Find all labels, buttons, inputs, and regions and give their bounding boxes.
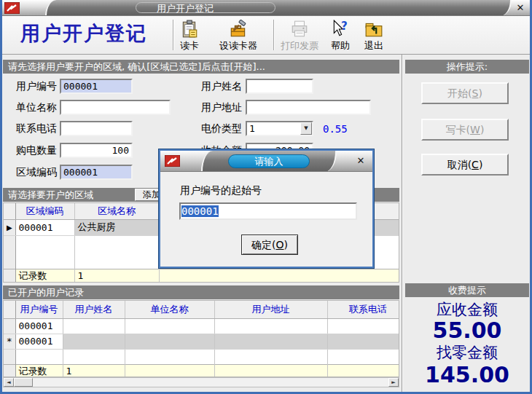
help-cursor-icon: ? [331,20,350,39]
dialog-prompt: 用户编号的起始号 [180,184,262,197]
user-name-field[interactable] [246,79,313,94]
qty-label: 购电数量 [15,144,57,157]
row-marker-icon: ▶ [4,219,15,235]
qty-field[interactable] [60,143,133,158]
dialog-close-icon[interactable]: ✕ [354,154,367,168]
app-window: 用户开户登记 ✕ 用户开户登记 读卡 设读卡器 打印发票 ? 帮助 退出 请先选… [0,0,532,394]
area-code-label: 区域编码 [15,166,57,179]
receivable-value: 55.00 [405,318,529,343]
selected-text: 000001 [181,205,219,217]
page-title: 用户开户登记 [20,20,147,47]
users-table-header-row: 用户编号 用户姓名 单位名称 用户地址 联系电话 [4,301,399,318]
horizontal-scrollbar[interactable]: ◄ ► [3,377,399,387]
app-logo-icon [4,2,20,16]
actions-header: 操作提示: [405,60,529,74]
area-col-name: 区域名称 [74,203,159,219]
dialog-titlebar[interactable]: 请输入 ✕ [160,151,372,172]
printer-icon [290,20,309,39]
area-table-footer: 记录数 1 [4,269,399,283]
titlebar-dark-band [45,0,512,16]
window-title: 用户开户登记 [157,2,214,15]
area-code-field[interactable] [60,165,133,180]
read-card-button[interactable]: 读卡 [180,20,199,52]
user-id-label: 用户编号 [15,80,57,93]
table-row[interactable]: 000001 [4,318,399,334]
cancel-button[interactable]: 取消(C) [421,154,509,176]
users-col-id: 用户编号 [15,301,63,318]
exit-button[interactable]: 退出 [364,20,383,52]
users-col-phone: 联系电话 [327,301,399,318]
row-marker-icon: * [4,334,15,349]
table-row[interactable]: * 000001 [4,334,399,349]
phone-label: 联系电话 [15,122,57,135]
toolbar: 用户开户登记 读卡 设读卡器 打印发票 ? 帮助 退出 [2,16,530,55]
help-button[interactable]: ? 帮助 [331,20,350,52]
user-id-field[interactable] [60,79,133,94]
users-table: 用户编号 用户姓名 单位名称 用户地址 联系电话 000001 * 000001 [3,300,399,377]
scrollbar-thumb[interactable] [14,378,33,387]
price-type-select[interactable]: 1 ▼ [246,121,313,136]
table-empty-row [4,349,399,364]
window-titlebar[interactable]: 用户开户登记 ✕ [0,0,532,16]
dialog-input[interactable]: 000001 [179,202,357,220]
input-dialog: 请输入 ✕ 用户编号的起始号 000001 确定(O) [159,149,374,268]
toolbar-separator [273,20,275,50]
scroll-right-icon[interactable]: ► [388,378,399,387]
print-invoice-button: 打印发票 [281,20,318,52]
ok-button[interactable]: 确定(O) [241,235,298,255]
dialog-title: 请输入 [228,154,310,168]
change-label: 找零金额 [405,342,529,363]
users-col-unit: 单位名称 [125,301,214,318]
users-table-footer: 记录数 1 [4,364,399,377]
set-reader-button[interactable]: 设读卡器 [219,20,257,52]
unit-name-field[interactable] [60,100,171,115]
toolbar-separator [173,20,174,50]
charges-header: 收费提示 [405,283,529,297]
exit-folder-icon [364,20,383,39]
chevron-down-icon[interactable]: ▼ [300,122,312,135]
change-value: 145.00 [405,362,529,387]
user-addr-field[interactable] [246,100,371,115]
scroll-left-icon[interactable]: ◄ [4,378,14,387]
phone-field[interactable] [60,121,133,136]
panel-divider [402,55,403,392]
area-col-code: 区域编码 [15,203,74,219]
instruction-header: 请先选择用户要开户的区域, 确认[区域已选定]后点击[开始]... [3,60,399,74]
start-button: 开始(S) [421,82,509,104]
window-border [0,0,2,394]
svg-text:?: ? [341,20,348,33]
user-name-label: 用户姓名 [200,80,242,93]
users-col-name: 用户姓名 [63,301,125,318]
app-logo-icon [165,155,180,170]
record-count-value: 1 [63,364,125,377]
user-addr-label: 用户地址 [200,101,242,114]
users-col-addr: 用户地址 [214,301,327,318]
unit-name-label: 单位名称 [15,101,57,114]
record-count-value: 1 [74,269,159,283]
record-count-label: 记录数 [15,269,74,283]
record-count-label: 记录数 [15,364,63,377]
write-card-button: 写卡(W) [421,119,509,141]
price-rate-value: 0.55 [323,123,348,135]
users-section-header: 已开户的用户记录 [3,285,399,299]
close-icon[interactable]: ✕ [514,1,527,15]
clipboard-icon [180,20,199,39]
price-type-label: 电价类型 [200,122,242,135]
receivable-label: 应收金额 [405,299,529,320]
toolbox-icon [229,20,248,39]
